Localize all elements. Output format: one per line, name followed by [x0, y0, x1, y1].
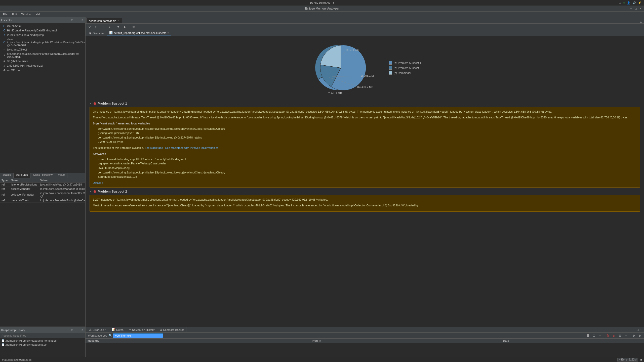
heap-dump-minimize-btn[interactable]: −: [75, 328, 79, 332]
heap-dump-close-btn[interactable]: ×: [80, 328, 84, 332]
filter-input[interactable]: [113, 333, 163, 338]
os-icon-2[interactable]: ●: [623, 1, 625, 4]
table-row[interactable]: ref collectionFormatter io.jmix.flowui.c…: [0, 191, 85, 198]
table-row[interactable]: ref metadataTools io.jmix.core.MetadataT…: [0, 198, 85, 202]
frame-1: (SpringLookupInitializer.java:108): [93, 131, 637, 135]
btm-toolbar-btn-3[interactable]: 🗑: [605, 333, 611, 338]
tree-item-5[interactable]: # 32 (shallow size): [1, 59, 85, 63]
os-icon-4[interactable]: 🔊: [632, 1, 636, 5]
bottom-panel-minimize-btn[interactable]: −: [640, 328, 641, 332]
btm-toolbar-btn-1[interactable]: ⊡: [591, 333, 597, 338]
heap-file-1[interactable]: 📄 /home/florin/Servici/heapdump.bin: [1, 343, 85, 347]
log-table: Message Plug-in Date: [86, 339, 644, 343]
col-type: Type: [0, 178, 9, 183]
sig-frames-section: Significant stack frames and local varia…: [93, 121, 637, 144]
svg-text:(b)  400.7 MB: (b) 400.7 MB: [357, 85, 373, 88]
toolbar-btn-6[interactable]: ⊕: [131, 24, 136, 30]
bottom-tab-notes-label: Notes: [116, 328, 124, 331]
editor-tab-0[interactable]: heapdump_tomcat.bin ×: [87, 18, 122, 23]
details-link[interactable]: Details »: [93, 181, 637, 185]
editor-maximize-btn[interactable]: □: [640, 20, 642, 23]
page-tab-suspects-close[interactable]: ×: [168, 32, 169, 34]
btm-toolbar-btn-8[interactable]: ⊗: [637, 333, 642, 338]
btm-toolbar-btn-7[interactable]: ⊕: [631, 333, 636, 338]
nav-history-icon: ⤺: [129, 328, 131, 331]
tab-attributes[interactable]: Attributes: [14, 173, 30, 178]
btm-toolbar-btn-4[interactable]: ⊗: [611, 333, 617, 338]
table-row[interactable]: ref listenersRegistrations java.util.Has…: [0, 182, 85, 187]
heap-dump-maximize-btn[interactable]: □: [70, 328, 74, 332]
bottom-tab-nav-history[interactable]: ⤺ Navigation History: [126, 327, 157, 333]
keyword-0: io.jmix.flowui.data.binding.impl.HtmlCon…: [93, 157, 637, 162]
tree-item-5-icon: #: [3, 59, 6, 63]
os-icon-5[interactable]: ⚡: [638, 1, 641, 5]
editor-tab-0-close[interactable]: ×: [118, 20, 119, 22]
tree-item-3[interactable]: ○ java.lang.Object: [1, 47, 85, 52]
minimize-window-btn[interactable]: −: [630, 7, 632, 10]
tree-item-6[interactable]: # 1,504,659,064 (retained size): [1, 63, 85, 68]
page-tab-overview[interactable]: ◉ Overview: [87, 31, 107, 35]
heap-file-1-icon: 📄: [2, 343, 5, 346]
os-icon-1[interactable]: ⊞: [619, 1, 621, 5]
tree-item-0[interactable]: C HtmlContainerReadonlyDataBindingImpl: [1, 28, 85, 33]
maximize-window-btn[interactable]: □: [635, 7, 637, 10]
toolbar-btn-2[interactable]: ⊞: [100, 24, 106, 30]
heap-file-0[interactable]: 📄 /home/florin/Servici/heapdump_tomcat.b…: [1, 339, 85, 343]
table-row[interactable]: ref accessManager io.jmix.core.AccessMan…: [0, 187, 85, 191]
keywords-title: Keywords: [93, 152, 637, 156]
btm-toolbar-btn-0[interactable]: ☰: [585, 333, 591, 338]
tree-breadcrumb[interactable]: ⬡ 0x97ba23e8: [1, 24, 85, 28]
tree-item-7[interactable]: ⊗ no GC root: [1, 68, 85, 72]
inspector-minimize-btn[interactable]: −: [75, 18, 79, 22]
status-indicator[interactable]: ■: [640, 358, 642, 361]
tab-value[interactable]: Value: [55, 173, 67, 178]
keywords-section: Keywords io.jmix.flowui.data.binding.imp…: [93, 152, 637, 179]
bottom-tab-compare[interactable]: ⊞ Compare Basket: [157, 327, 186, 333]
stacktrace-local-link[interactable]: See stacktrace with involved local varia…: [165, 146, 219, 149]
os-icon-3[interactable]: 👤: [627, 1, 630, 5]
bottom-tab-compare-label: Compare Basket: [163, 328, 184, 331]
toolbar-btn-1[interactable]: ⊙: [94, 24, 99, 30]
page-tab-suspects[interactable]: 📊 default_report.org.eclipse.mat.api:sus…: [107, 31, 171, 35]
problem-1-collapse-icon[interactable]: ▼: [90, 102, 92, 105]
toolbar-btn-5[interactable]: ▶: [122, 24, 128, 30]
btm-toolbar-btn-6[interactable]: ≡: [623, 333, 629, 338]
bottom-tab-error-log[interactable]: ⚠ Error Log ×: [87, 327, 109, 333]
toolbar-btn-0[interactable]: ⟳: [87, 24, 93, 30]
menu-help[interactable]: Help: [34, 12, 44, 16]
page-tabs: ◉ Overview 📊 default_report.org.eclipse.…: [86, 30, 644, 36]
bottom-tabs: ⚠ Error Log × 📝 Notes ⤺ Navigation Histo…: [86, 327, 644, 333]
problem-suspect-1-section: ▼ Problem Suspect 1 One instance of "io.…: [90, 102, 640, 188]
toolbar-btn-4[interactable]: ▼: [115, 24, 121, 30]
close-window-btn[interactable]: ×: [640, 7, 641, 10]
bottom-tab-notes[interactable]: 📝 Notes: [109, 327, 126, 333]
tab-class-hierarchy[interactable]: Class Hierarchy: [30, 173, 55, 178]
inspector-header: Inspector □ − ×: [0, 17, 85, 23]
tree-item-1[interactable]: f io.jmix.flowui.data.binding.impl: [1, 33, 85, 37]
bottom-panel-maximize-btn[interactable]: □: [637, 328, 639, 332]
tree-item-0-text: HtmlContainerReadonlyDataBindingImpl: [7, 29, 57, 32]
bottom-toolbar: Workspace Log 🔍 ☰ ⊡ ≡ 🗑 ⊗ ⊞ ≡ ⊕ ⊗: [86, 333, 644, 339]
inspector-close-btn[interactable]: ×: [80, 18, 84, 22]
problem-2-collapse-icon[interactable]: ▼: [90, 190, 92, 193]
legend-item-1: (b) Problem Suspect 2: [389, 66, 421, 70]
stacktrace-link[interactable]: See stacktrace: [145, 146, 163, 149]
svg-text:(a)  1.4 GB: (a) 1.4 GB: [346, 48, 359, 51]
btm-toolbar-btn-5[interactable]: ⊞: [617, 333, 623, 338]
toolbar-btn-3[interactable]: ≡: [107, 24, 112, 30]
workspace-log-label: Workspace Log: [87, 334, 108, 337]
inspector-maximize-btn[interactable]: □: [70, 18, 74, 22]
filter-search-icon: 🔍: [109, 334, 112, 337]
eclipse-menu: File Edit Window Help: [0, 12, 644, 17]
tree-item-4[interactable]: ↗ org.apache.catalina.loader.ParallelWeb…: [1, 52, 85, 59]
btm-toolbar-btn-2[interactable]: ≡: [597, 333, 603, 338]
error-log-close[interactable]: ×: [105, 329, 106, 331]
menu-file[interactable]: File: [1, 12, 10, 16]
toolbar-sep-1: [114, 25, 114, 29]
problem-2-title: Problem Suspect 2: [98, 190, 127, 193]
tree-item-2[interactable]: C class io.jmix.flowui.data.binding.impl…: [1, 37, 85, 47]
tab-statics[interactable]: Statics: [0, 173, 14, 178]
menu-window[interactable]: Window: [19, 12, 33, 16]
tree-item-7-icon: ⊗: [3, 68, 6, 72]
menu-edit[interactable]: Edit: [10, 12, 19, 16]
